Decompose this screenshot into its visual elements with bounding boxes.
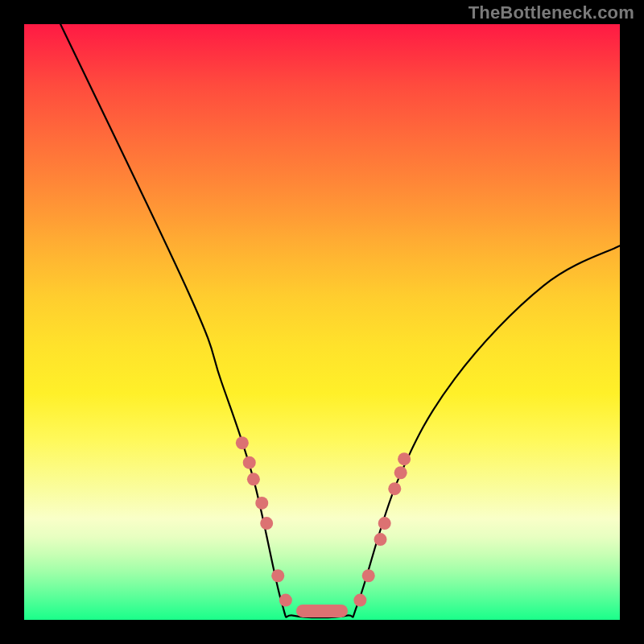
- data-marker: [247, 473, 260, 485]
- flat-marker: [296, 605, 348, 617]
- data-marker: [388, 482, 401, 495]
- data-marker: [398, 452, 411, 465]
- chart-frame: TheBottleneck.com: [0, 0, 644, 644]
- data-marker: [236, 436, 249, 449]
- data-marker: [362, 569, 375, 582]
- data-marker: [374, 533, 387, 546]
- data-marker: [378, 517, 391, 530]
- markers-left: [236, 436, 292, 606]
- plot-area: [24, 24, 620, 620]
- data-marker: [279, 594, 292, 607]
- data-marker: [353, 594, 366, 607]
- chart-svg: [24, 24, 620, 620]
- data-marker: [243, 456, 256, 469]
- flat-segment: [296, 605, 348, 617]
- watermark-text: TheBottleneck.com: [469, 2, 634, 23]
- markers-right: [353, 452, 411, 606]
- data-marker: [255, 497, 268, 510]
- curve-group: [60, 24, 620, 617]
- data-marker: [394, 466, 407, 479]
- data-marker: [260, 517, 273, 530]
- bottleneck-curve: [60, 24, 620, 617]
- data-marker: [271, 569, 284, 582]
